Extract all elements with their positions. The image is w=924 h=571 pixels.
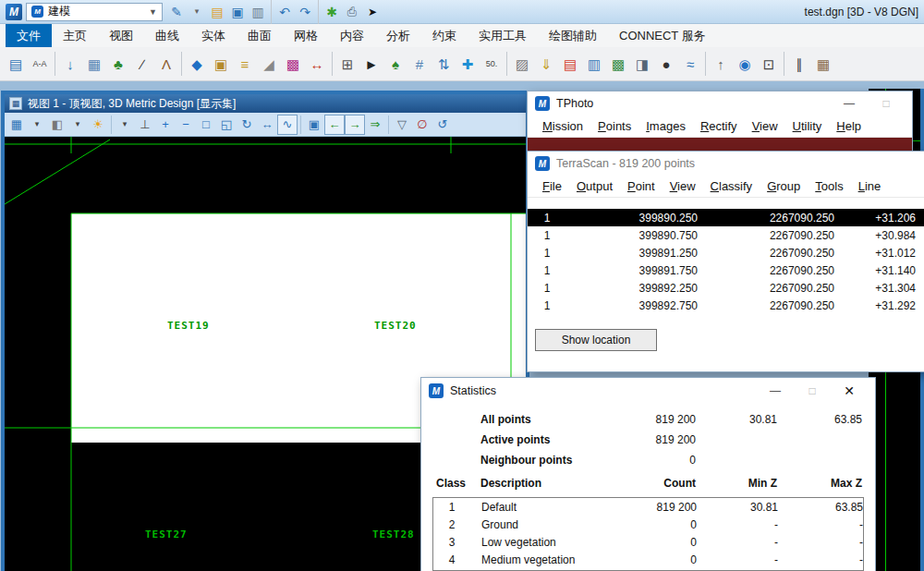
element-selection-icon[interactable]: ➤	[362, 2, 383, 22]
tphoto-menu-images[interactable]: Images	[638, 117, 693, 135]
network-nodes-icon[interactable]: ⊡	[757, 51, 781, 77]
terrascan-titlebar[interactable]: M TerraScan - 819 200 points	[528, 152, 924, 176]
statistics-titlebar[interactable]: M Statistics — □ ✕	[421, 378, 875, 404]
table-row[interactable]: 1 399890.750 2267090.250 +30.984	[528, 226, 924, 244]
table-row[interactable]: 1 Default 819 200 30.81 63.85	[433, 498, 863, 516]
workflow-selector[interactable]: M 建模 ▼	[26, 3, 163, 21]
tphoto-titlebar[interactable]: M TPhoto — □	[528, 91, 912, 115]
view-setup-icon[interactable]: ↺	[432, 115, 453, 135]
tphoto-menu-view[interactable]: View	[745, 117, 785, 135]
open-folder-icon[interactable]: ▤	[207, 2, 227, 22]
ribbon-tab-constraints[interactable]: 约束	[421, 24, 468, 47]
ribbon-tab-utilities[interactable]: 实用工具	[468, 24, 538, 47]
table-row[interactable]: 2 Ground 0 - -	[433, 516, 863, 533]
plumb-line-icon[interactable]: ⊥	[135, 115, 155, 135]
fit-view-icon[interactable]: ◱	[216, 115, 237, 135]
window-area-icon[interactable]: □	[196, 115, 216, 135]
ribbon-tab-analyze[interactable]: 分析	[375, 24, 421, 47]
table-row[interactable]: 1 399892.750 2267090.250 +31.292	[528, 297, 924, 314]
ribbon-tab-view[interactable]: 视图	[98, 24, 144, 47]
tphoto-menu-utility[interactable]: Utility	[785, 117, 830, 135]
clip-mask-icon[interactable]: ∅	[412, 115, 432, 135]
tphoto-menu-points[interactable]: Points	[590, 117, 638, 135]
run-macro-icon[interactable]: ►	[359, 51, 383, 77]
redo-icon[interactable]: ↷	[295, 2, 315, 22]
table-row[interactable]: 1 399891.250 2267090.250 +31.012	[528, 244, 924, 261]
dimension-icon[interactable]: ↔	[305, 51, 329, 77]
shaded-view-icon[interactable]: ◨	[630, 51, 654, 77]
utility-pole-icon[interactable]: ↑	[709, 51, 733, 77]
terrascan-menu-tools[interactable]: Tools	[808, 177, 850, 195]
zoom-in-icon[interactable]: +	[155, 115, 176, 135]
slope-tool-icon[interactable]: ◢	[257, 51, 281, 77]
ribbon-tab-mesh[interactable]: 网格	[283, 24, 329, 47]
view-attributes-caret-icon[interactable]: ▾	[27, 115, 47, 135]
copy-view-icon[interactable]: ▣	[304, 115, 324, 135]
snap-target-icon[interactable]: ✚	[456, 51, 480, 77]
terrascan-menu-line[interactable]: Line	[851, 177, 889, 195]
table-row[interactable]: 3 Low vegetation 0 - -	[433, 533, 863, 551]
raster-manager-icon[interactable]: ▦	[82, 51, 106, 77]
ribbon-tab-drawing-aids[interactable]: 绘图辅助	[538, 24, 608, 47]
scale-50-icon[interactable]: 50.	[480, 51, 504, 77]
maximize-icon[interactable]: □	[794, 380, 831, 402]
vegetation-icon[interactable]: ♠	[383, 51, 407, 77]
terrascan-menu-classify[interactable]: Classify	[703, 177, 760, 195]
terrascan-menu-point[interactable]: Point	[620, 177, 663, 195]
pan-view-icon[interactable]: ↔	[257, 115, 277, 135]
draw-section-icon[interactable]: ⇅	[432, 51, 456, 77]
ribbon-tab-surfaces[interactable]: 曲面	[237, 24, 283, 47]
minimize-icon[interactable]: —	[757, 380, 794, 402]
undo-icon[interactable]: ↶	[274, 2, 295, 22]
block-tool-icon[interactable]: ▦	[811, 51, 835, 77]
tphoto-menu-rectify[interactable]: Rectify	[693, 117, 745, 135]
walk-navigate-icon[interactable]: ∿	[277, 115, 298, 135]
terrascan-menu-output[interactable]: Output	[569, 177, 620, 195]
explorer-icon[interactable]: ▤	[4, 51, 28, 77]
new-element-icon[interactable]: ✱	[322, 2, 342, 22]
maximize-icon[interactable]: □	[868, 92, 905, 115]
ribbon-tab-home[interactable]: 主页	[52, 24, 98, 47]
ribbon-tab-solids[interactable]: 实体	[190, 24, 237, 47]
show-location-button[interactable]: Show location	[535, 329, 657, 351]
pipe-fitting-icon[interactable]: ∥	[787, 51, 811, 77]
view-forward-icon[interactable]: ⇒	[365, 115, 385, 135]
place-line-icon[interactable]: ∕	[130, 51, 154, 77]
table-row[interactable]: 1 399890.250 2267090.250 +31.206	[528, 209, 924, 226]
close-icon[interactable]: ✕	[831, 380, 868, 402]
globe-icon[interactable]: ◉	[733, 51, 757, 77]
place-tree-icon[interactable]: ♣	[106, 51, 130, 77]
hatch-area-icon[interactable]: ▨	[510, 51, 534, 77]
ortho-photo-icon[interactable]: ▩	[606, 51, 630, 77]
tower-icon[interactable]: Λ	[154, 51, 178, 77]
import-points-icon[interactable]: ↓	[58, 51, 82, 77]
minimize-icon[interactable]: —	[831, 92, 868, 115]
annotation-scale-icon[interactable]: A-A	[28, 51, 52, 77]
previous-view-icon[interactable]: ←	[324, 115, 345, 135]
terrascan-menu-file[interactable]: File	[535, 177, 569, 195]
microstation-logo-icon[interactable]: M	[6, 4, 22, 20]
terrascan-menu-view[interactable]: View	[663, 177, 703, 195]
zoom-out-icon[interactable]: −	[176, 115, 196, 135]
table-row[interactable]: 1 399892.250 2267090.250 +31.304	[528, 279, 924, 297]
view-attributes-icon[interactable]: ▦	[6, 115, 27, 135]
rotate-view-icon[interactable]: ↻	[237, 115, 257, 135]
ribbon-tab-content[interactable]: 内容	[329, 24, 375, 47]
color-table-icon[interactable]: ▩	[281, 51, 305, 77]
tile-array-icon[interactable]: ▥	[582, 51, 606, 77]
print-icon[interactable]: ⎙	[342, 2, 362, 22]
next-view-icon[interactable]: →	[345, 115, 365, 135]
save-icon[interactable]: ▣	[227, 2, 248, 22]
ribbon-tab-curves[interactable]: 曲线	[144, 24, 190, 47]
attach-image-icon[interactable]: ▣	[209, 51, 233, 77]
extract-ground-icon[interactable]: ⇓	[534, 51, 558, 77]
level-manager-icon[interactable]: ≡	[233, 51, 257, 77]
camera-icon[interactable]: ●	[654, 51, 678, 77]
tphoto-menu-mission[interactable]: Mission	[535, 117, 590, 135]
pen-caret-icon[interactable]: ▾	[187, 2, 207, 22]
water-drop-icon[interactable]: ◆	[185, 51, 209, 77]
signature-pen-icon[interactable]: ✎	[166, 2, 187, 22]
contour-icon[interactable]: ≈	[678, 51, 702, 77]
table-row[interactable]: 4 Medium vegetation 0 - -	[433, 551, 863, 568]
tphoto-menu-help[interactable]: Help	[829, 117, 869, 135]
